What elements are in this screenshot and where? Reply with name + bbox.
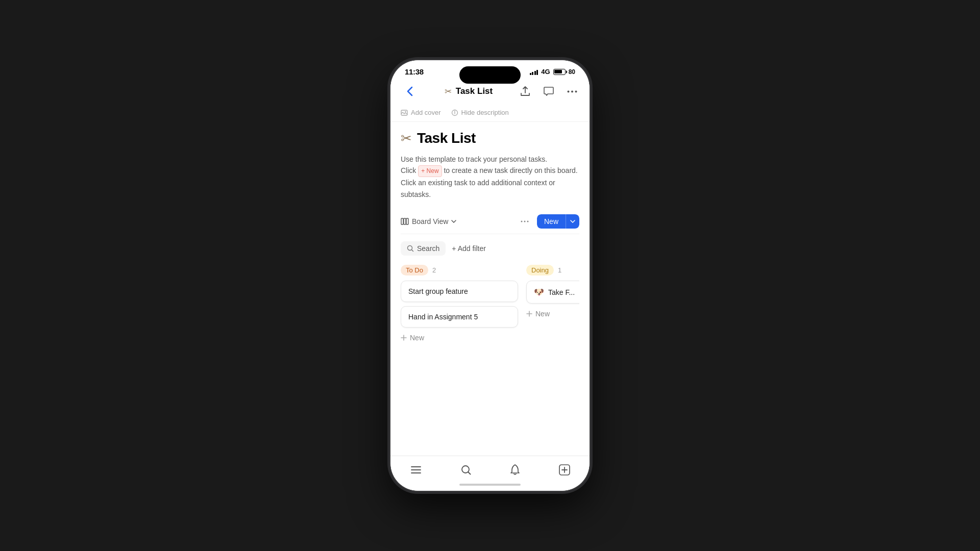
svg-point-10	[524, 221, 525, 222]
share-button[interactable]	[518, 84, 532, 98]
tab-search[interactable]	[453, 462, 479, 478]
task-card[interactable]: 🐶 Take F...	[526, 281, 579, 304]
new-dropdown-button[interactable]	[566, 214, 579, 229]
todo-count: 2	[432, 266, 436, 274]
svg-point-11	[527, 221, 528, 222]
todo-column: To Do 2 Start group feature Hand in Assi…	[401, 265, 518, 344]
svg-point-2	[575, 90, 577, 92]
page-header: ✂ Task List	[401, 130, 579, 146]
toolbar-right: New	[518, 214, 579, 229]
battery-percent: 80	[569, 68, 575, 76]
new-button-group: New	[537, 214, 579, 229]
chevron-down-icon	[451, 220, 456, 223]
task-card[interactable]: Hand in Assignment 5	[401, 306, 518, 328]
doing-add-new-button[interactable]: New	[526, 308, 579, 320]
tab-bar	[390, 456, 590, 481]
doing-column: Doing 1 🐶 Take F...	[526, 265, 579, 344]
svg-point-1	[571, 90, 573, 92]
new-badge: + New	[418, 165, 442, 177]
svg-rect-8	[406, 218, 408, 224]
status-time: 11:38	[405, 67, 424, 76]
add-filter-button[interactable]: + Add filter	[452, 244, 486, 253]
board-view-button[interactable]: Board View	[401, 217, 456, 226]
toolbar: Board View	[401, 210, 579, 234]
meta-bar: Add cover Hide description	[390, 106, 590, 122]
todo-tag: To Do	[401, 265, 428, 276]
nav-title-text: Task List	[456, 86, 493, 96]
search-filter-row: Search + Add filter	[401, 241, 579, 256]
battery-icon	[553, 69, 566, 75]
page-title: Task List	[417, 130, 476, 146]
svg-point-0	[568, 90, 570, 92]
page-description: Use this template to track your personal…	[401, 154, 579, 200]
add-cover-button[interactable]: Add cover	[401, 109, 441, 116]
dynamic-island	[459, 66, 521, 84]
svg-point-9	[521, 221, 522, 222]
tab-add[interactable]	[551, 461, 578, 479]
task-emoji: 🐶	[534, 287, 544, 297]
signal-label: 4G	[541, 68, 550, 76]
back-button[interactable]	[401, 82, 419, 101]
svg-rect-7	[404, 218, 406, 224]
doing-tag: Doing	[526, 265, 554, 276]
page-content: ✂ Task List Use this template to track y…	[390, 122, 590, 350]
doing-column-header: Doing 1	[526, 265, 579, 276]
phone-frame: 11:38 4G 80	[390, 60, 590, 491]
status-icons: 4G 80	[530, 68, 575, 76]
svg-rect-6	[401, 218, 403, 224]
board-columns: To Do 2 Start group feature Hand in Assi…	[401, 265, 579, 344]
nav-title-area: ✂ Task List	[419, 86, 518, 97]
comment-button[interactable]	[542, 84, 556, 98]
new-button[interactable]: New	[537, 214, 566, 229]
todo-column-header: To Do 2	[401, 265, 518, 276]
todo-add-new-button[interactable]: New	[401, 332, 518, 344]
home-indicator	[390, 481, 590, 491]
hide-description-button[interactable]: Hide description	[451, 109, 509, 116]
doing-count: 1	[558, 266, 561, 274]
signal-icon	[530, 69, 538, 75]
task-card[interactable]: Start group feature	[401, 281, 518, 302]
svg-point-4	[405, 111, 406, 112]
tab-list[interactable]	[402, 462, 430, 478]
phone-screen: 11:38 4G 80	[390, 60, 590, 491]
tab-notifications[interactable]	[502, 461, 528, 479]
search-button[interactable]: Search	[401, 241, 446, 256]
nav-title-icon: ✂	[445, 86, 452, 97]
nav-actions	[518, 84, 579, 98]
page-icon: ✂	[401, 131, 412, 146]
content-area: Add cover Hide description ✂ Task List	[390, 106, 590, 456]
toolbar-more-button[interactable]	[518, 214, 532, 229]
more-button[interactable]	[565, 84, 579, 98]
